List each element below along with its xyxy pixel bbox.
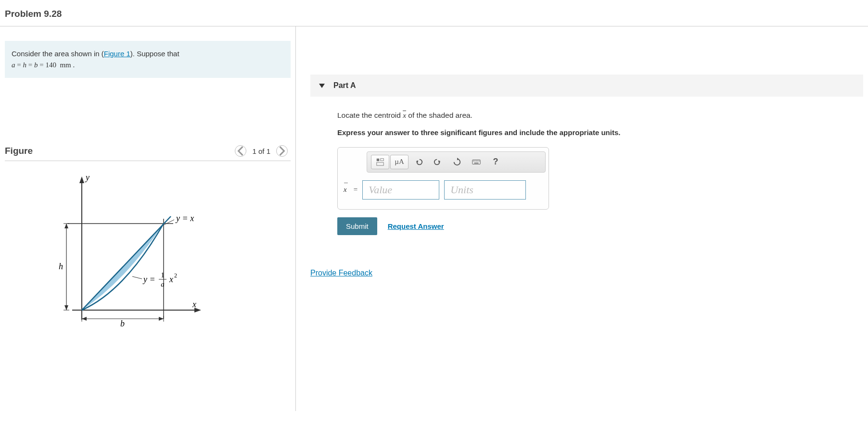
- svg-line-18: [132, 276, 142, 279]
- statement-equation: a = h = b = 140 mm .: [12, 61, 75, 69]
- svg-rect-30: [477, 161, 478, 162]
- label-curve2-den: a: [161, 280, 165, 288]
- figure-nav-label: 1 of 1: [252, 147, 270, 155]
- problem-title: Problem 9.28: [5, 9, 863, 19]
- part-label: Part A: [333, 81, 356, 90]
- problem-statement: Consider the area shown in (Figure 1). S…: [5, 41, 291, 78]
- svg-marker-13: [82, 317, 87, 321]
- undo-icon: [414, 158, 423, 166]
- svg-marker-8: [64, 224, 68, 228]
- svg-rect-22: [377, 162, 383, 165]
- label-curve2-after: x: [169, 275, 173, 284]
- statement-text-prefix: Consider the area shown in (: [12, 50, 104, 58]
- help-button[interactable]: ?: [486, 155, 505, 169]
- reset-icon: [453, 158, 461, 166]
- feedback-section: Provide Feedback: [310, 269, 863, 277]
- submit-button[interactable]: Submit: [337, 217, 377, 235]
- chevron-right-icon: [277, 146, 287, 156]
- label-h: h: [59, 262, 63, 271]
- statement-text-suffix: ). Suppose that: [130, 50, 179, 58]
- template-button[interactable]: [371, 155, 389, 169]
- diagram-svg: y x h b y = x y = 1 a x 2: [48, 171, 221, 339]
- left-column: Consider the area shown in (Figure 1). S…: [0, 26, 296, 411]
- question-instruction: Express your answer to three significant…: [337, 128, 743, 137]
- figure-header: Figure 1 of 1: [5, 145, 291, 161]
- answer-box: µA ?: [337, 147, 549, 210]
- svg-line-6: [82, 216, 171, 310]
- label-b: b: [120, 319, 125, 328]
- label-y: y: [85, 173, 89, 182]
- button-row: Submit Request Answer: [337, 217, 743, 235]
- figure-nav: 1 of 1: [235, 145, 291, 157]
- greek-label: µA: [395, 158, 404, 166]
- answer-var-label: x: [344, 186, 349, 194]
- right-column: Part A Locate the centroid x of the shad…: [296, 26, 868, 411]
- svg-marker-25: [457, 158, 459, 160]
- content: Consider the area shown in (Figure 1). S…: [0, 26, 868, 411]
- collapse-triangle-icon: [319, 84, 325, 88]
- redo-button[interactable]: [429, 155, 447, 169]
- svg-rect-21: [381, 158, 383, 161]
- figure-title: Figure: [5, 146, 33, 156]
- redo-icon: [434, 158, 442, 166]
- problem-header: Problem 9.28: [0, 0, 868, 26]
- undo-button[interactable]: [409, 155, 428, 169]
- label-x: x: [192, 300, 196, 309]
- part-header[interactable]: Part A: [310, 75, 863, 97]
- greek-button[interactable]: µA: [390, 155, 408, 169]
- value-input[interactable]: [362, 180, 439, 200]
- svg-rect-26: [472, 160, 481, 164]
- svg-rect-27: [473, 161, 474, 162]
- question-text: Locate the centroid x of the shaded area…: [337, 110, 743, 121]
- svg-rect-29: [476, 161, 477, 162]
- label-curve2-sup: 2: [174, 272, 177, 279]
- figure-section: Figure 1 of 1: [5, 145, 291, 340]
- label-curve2-num: 1: [161, 271, 165, 279]
- label-curve2-before: y =: [142, 275, 155, 284]
- reset-button[interactable]: [448, 155, 466, 169]
- svg-rect-20: [377, 158, 379, 161]
- svg-marker-9: [64, 305, 68, 310]
- input-row: x =: [338, 173, 549, 209]
- units-input[interactable]: [444, 180, 526, 200]
- keyboard-button[interactable]: [467, 155, 485, 169]
- svg-marker-1: [79, 176, 84, 183]
- figure-diagram: y x h b y = x y = 1 a x 2: [5, 161, 291, 340]
- answer-eq: =: [354, 186, 357, 194]
- answer-toolbar: µA ?: [367, 151, 546, 173]
- figure-next-button[interactable]: [276, 145, 288, 157]
- figure-prev-button[interactable]: [235, 145, 246, 157]
- provide-feedback-link[interactable]: Provide Feedback: [310, 269, 372, 277]
- request-answer-link[interactable]: Request Answer: [388, 222, 444, 230]
- svg-rect-28: [474, 161, 475, 162]
- keyboard-icon: [472, 158, 481, 166]
- svg-rect-32: [474, 162, 479, 163]
- chevron-left-icon: [235, 146, 246, 156]
- svg-marker-14: [159, 317, 164, 321]
- question-var: x: [403, 111, 406, 119]
- figure-link[interactable]: Figure 1: [104, 50, 130, 58]
- svg-rect-31: [479, 161, 480, 162]
- template-icon: [376, 158, 384, 166]
- question-body: Locate the centroid x of the shaded area…: [310, 110, 743, 235]
- help-label: ?: [493, 157, 498, 167]
- label-curve1: y = x: [175, 213, 194, 223]
